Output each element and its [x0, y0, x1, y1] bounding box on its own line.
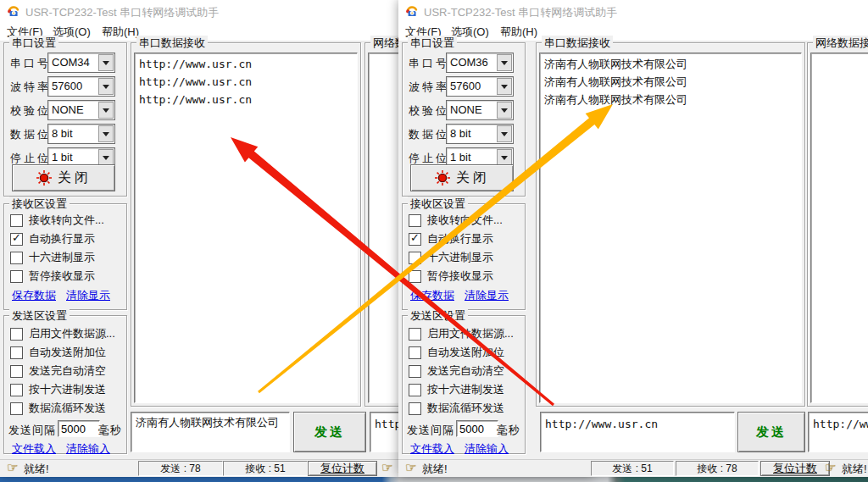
rx-line: 济南有人物联网技术有限公司 — [540, 91, 801, 108]
checkbox[interactable] — [409, 214, 421, 227]
group-label: 串口数据接收 — [542, 36, 613, 51]
serial-receive-area[interactable]: http://www.usr.cn http://www.usr.cn http… — [134, 53, 358, 403]
checkbox[interactable] — [409, 252, 421, 264]
received-count: 接收 : 51 — [223, 461, 308, 476]
save-data-link[interactable]: 保存数据 — [12, 288, 56, 303]
titlebar[interactable]: USR-TCP232-Test 串口转网络调试助手 — [398, 0, 868, 22]
group-label: 接收区设置 — [408, 197, 468, 212]
sent-count: 发送 : 78 — [138, 461, 223, 476]
menu-help[interactable]: 帮助(H) — [500, 25, 537, 40]
checkbox[interactable] — [10, 365, 23, 378]
checkbox-auto-newline[interactable]: 自动换行显示 — [409, 232, 493, 246]
checkbox[interactable] — [409, 365, 421, 378]
checkbox[interactable] — [409, 384, 421, 396]
checkbox-auto-send-append[interactable]: 自动发送附加位 — [409, 346, 504, 359]
checkbox-loop-send[interactable]: 数据流循环发送 — [409, 402, 504, 415]
baud-rate-select[interactable]: 57600 — [446, 76, 514, 97]
checkbox-loop-send[interactable]: 数据流循环发送 — [10, 402, 106, 415]
reset-count-button[interactable]: 复位计数 — [308, 461, 377, 476]
pointing-hand-icon: ☞ — [825, 460, 836, 475]
checkbox[interactable] — [10, 233, 23, 246]
checkbox-pause-receive[interactable]: 暂停接收显示 — [409, 269, 493, 283]
serial-port-select[interactable]: COM36 — [446, 53, 514, 73]
checkbox[interactable] — [10, 328, 23, 341]
checkbox[interactable] — [10, 384, 23, 396]
baud-rate-select[interactable]: 57600 — [47, 76, 115, 97]
chevron-down-icon[interactable] — [497, 102, 512, 119]
status-ready: 就绪! — [422, 462, 448, 477]
checkbox[interactable] — [409, 270, 421, 283]
chevron-down-icon[interactable] — [497, 149, 512, 166]
file-load-link[interactable]: 文件载入 — [410, 441, 454, 457]
save-data-link[interactable]: 保存数据 — [410, 288, 454, 303]
checkbox-receive-to-file[interactable]: 接收转向文件... — [10, 213, 104, 227]
network-send-input[interactable]: http://www.u — [808, 412, 868, 452]
clear-display-link[interactable]: 清除显示 — [66, 288, 110, 303]
status-ready-network: 就绪! — [842, 462, 867, 477]
clear-input-link[interactable]: 清除输入 — [66, 441, 110, 457]
checkbox-hex-display[interactable]: 十六进制显示 — [10, 251, 95, 264]
statusbar: ☞ 就绪! 发送 : 51 接收 : 78 复位计数 ☞ 就绪! — [398, 459, 868, 477]
checkbox-clear-after-send[interactable]: 发送完自动清空 — [10, 364, 106, 378]
data-bits-label: 数据位 — [10, 127, 51, 142]
parity-select[interactable]: NONE — [446, 100, 514, 120]
parity-label: 校验位 — [409, 103, 449, 119]
data-bits-select[interactable]: 8 bit — [446, 124, 514, 144]
checkbox[interactable] — [409, 402, 421, 415]
group-label: 发送区设置 — [9, 308, 70, 324]
group-label: 串口数据接收 — [136, 36, 208, 51]
checkbox[interactable] — [10, 270, 23, 283]
serial-receive-area[interactable]: 济南有人物联网技术有限公司 济南有人物联网技术有限公司 济南有人物联网技术有限公… — [539, 53, 802, 403]
data-bits-select[interactable]: 8 bit — [47, 124, 115, 144]
rx-line: 济南有人物联网技术有限公司 — [540, 53, 801, 73]
checkbox-file-data-source[interactable]: 启用文件数据源... — [409, 327, 514, 341]
checkbox[interactable] — [409, 346, 421, 359]
send-button[interactable]: 发送 — [293, 412, 366, 452]
close-port-button[interactable]: 关闭 — [410, 164, 514, 191]
checkbox-auto-newline[interactable]: 自动换行显示 — [10, 232, 95, 246]
parity-select[interactable]: NONE — [47, 100, 115, 120]
chevron-down-icon[interactable] — [98, 78, 114, 95]
chevron-down-icon[interactable] — [497, 54, 512, 71]
serial-send-input[interactable]: http://www.usr.cn — [540, 412, 735, 452]
pointing-hand-icon: ☞ — [405, 460, 416, 475]
file-load-link[interactable]: 文件载入 — [12, 441, 56, 457]
pointing-hand-icon: ☞ — [381, 460, 392, 475]
send-button[interactable]: 发送 — [737, 412, 805, 452]
checkbox-send-as-hex[interactable]: 按十六进制发送 — [409, 383, 504, 396]
send-interval-input[interactable] — [456, 420, 498, 437]
checkbox-pause-receive[interactable]: 暂停接收显示 — [10, 269, 95, 283]
checkbox[interactable] — [10, 402, 23, 415]
checkbox[interactable] — [10, 252, 23, 264]
send-interval-input[interactable] — [58, 420, 100, 437]
chevron-down-icon[interactable] — [98, 54, 114, 71]
chevron-down-icon[interactable] — [497, 78, 512, 95]
checkbox[interactable] — [10, 214, 23, 227]
checkbox-auto-send-append[interactable]: 自动发送附加位 — [10, 346, 106, 359]
chevron-down-icon[interactable] — [497, 125, 512, 142]
app-logo-icon — [405, 4, 419, 18]
group-label: 接收区设置 — [9, 197, 70, 212]
network-receive-area[interactable] — [810, 53, 868, 403]
checkbox-send-as-hex[interactable]: 按十六进制发送 — [10, 383, 106, 396]
reset-count-button[interactable]: 复位计数 — [760, 461, 830, 476]
group-label: 网络数据接收 — [813, 36, 868, 51]
checkbox-hex-display[interactable]: 十六进制显示 — [409, 251, 493, 264]
serial-port-select[interactable]: COM34 — [47, 53, 115, 73]
serial-port-label: 串口号 — [10, 56, 51, 71]
close-port-button[interactable]: 关闭 — [12, 164, 115, 191]
menu-help[interactable]: 帮助(H) — [102, 25, 139, 40]
taskbar-strip — [0, 476, 868, 482]
clear-input-link[interactable]: 清除输入 — [465, 441, 509, 457]
checkbox-clear-after-send[interactable]: 发送完自动清空 — [409, 364, 504, 378]
checkbox-receive-to-file[interactable]: 接收转向文件... — [409, 213, 503, 227]
chevron-down-icon[interactable] — [98, 125, 114, 142]
checkbox-file-data-source[interactable]: 启用文件数据源... — [10, 327, 115, 341]
clear-display-link[interactable]: 清除显示 — [465, 288, 509, 303]
checkbox[interactable] — [409, 328, 421, 341]
chevron-down-icon[interactable] — [98, 102, 114, 119]
chevron-down-icon[interactable] — [98, 149, 114, 166]
checkbox[interactable] — [409, 233, 421, 246]
checkbox[interactable] — [10, 346, 23, 359]
serial-send-input[interactable]: 济南有人物联网技术有限公司 — [131, 412, 290, 452]
